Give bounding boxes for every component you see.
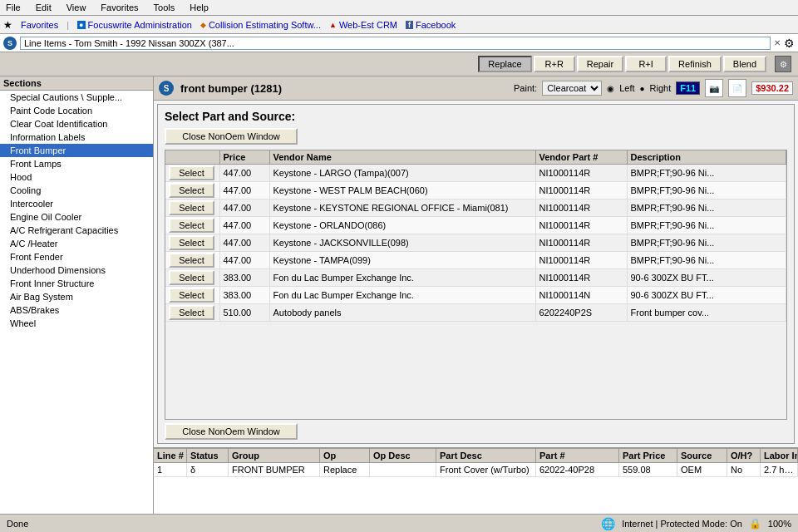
sidebar-item-info-labels[interactable]: Information Labels xyxy=(0,131,153,144)
menu-view[interactable]: View xyxy=(64,2,89,13)
sidebar-item-paint-code[interactable]: Paint Code Location xyxy=(0,104,153,117)
desc-cell-6: 90-6 300ZX BU FT... xyxy=(627,269,786,287)
bottom-col-partprice: Part Price xyxy=(619,449,677,462)
bottom-col-line: Line # xyxy=(154,449,187,462)
sidebar-item-front-inner[interactable]: Front Inner Structure xyxy=(0,277,153,290)
vendor-parts-table: Price Vendor Name Vendor Part # Descript… xyxy=(165,150,786,322)
vendor-cell-0: Keystone - LARGO (Tampa)(007) xyxy=(269,165,535,182)
sidebar-item-ac-heater[interactable]: A/C /Heater xyxy=(0,237,153,250)
vendor-cell-4: Keystone - JACKSONVILLE(098) xyxy=(269,234,535,252)
vendor-cell-3: Keystone - ORLANDO(086) xyxy=(269,217,535,234)
f11-button[interactable]: F11 xyxy=(676,81,700,95)
price-cell-8: 510.00 xyxy=(219,304,269,322)
address-input[interactable] xyxy=(20,37,771,50)
menu-tools[interactable]: Tools xyxy=(151,2,178,13)
select-cell-1: Select xyxy=(165,182,219,200)
select-button-7[interactable]: Select xyxy=(169,288,214,303)
blend-button[interactable]: Blend xyxy=(723,56,766,72)
sidebar-scroll: Special Cautions \ Supple... Paint Code … xyxy=(0,91,153,514)
zoom-level: 100% xyxy=(768,519,791,529)
bottom-col-op: Op xyxy=(320,449,370,462)
sidebar-item-wheel[interactable]: Wheel xyxy=(0,317,153,330)
vendor-cell-5: Keystone - TAMPA(099) xyxy=(269,252,535,269)
fav-focuswrite[interactable]: ● Focuswrite Administration xyxy=(77,20,192,30)
fav-collision-icon: ◆ xyxy=(200,21,206,29)
price-cell-3: 447.00 xyxy=(219,217,269,234)
fav-facebook[interactable]: f Facebook xyxy=(406,20,456,30)
menu-help[interactable]: Help xyxy=(187,2,211,13)
partnum-cell-2: NI1000114R xyxy=(535,200,627,217)
sidebar-item-airbag[interactable]: Air Bag System xyxy=(0,290,153,303)
select-button-4[interactable]: Select xyxy=(169,235,214,250)
refinish-button[interactable]: Refinish xyxy=(668,56,722,72)
close-tab-icon: ✕ xyxy=(774,38,781,47)
bottom-table-row-1: 1 δ FRONT BUMPER Replace Front Cover (w/… xyxy=(154,463,798,477)
close-nonoem-top-button[interactable]: Close NonOem Window xyxy=(165,128,298,145)
sidebar-item-underhood-dims[interactable]: Underhood Dimensions xyxy=(0,264,153,277)
fav-collision[interactable]: ◆ Collision Estimating Softw... xyxy=(200,20,321,30)
desc-cell-1: BMPR;FT;90-96 Ni... xyxy=(627,182,786,200)
sidebar-item-cooling[interactable]: Cooling xyxy=(0,184,153,197)
menu-file[interactable]: File xyxy=(3,2,23,13)
favorites-star: ★ xyxy=(3,19,12,31)
sidebar-item-clear-coat[interactable]: Clear Coat Identification xyxy=(0,117,153,131)
row-partnum: 62022-40P28 xyxy=(536,463,619,476)
section-icon: S xyxy=(159,81,174,96)
sidebar-item-front-fender[interactable]: Front Fender xyxy=(0,250,153,264)
table-header-row: Price Vendor Name Vendor Part # Descript… xyxy=(165,150,786,165)
fav-separator: | xyxy=(66,20,69,30)
sidebar-header: Sections xyxy=(0,76,153,91)
select-button-2[interactable]: Select xyxy=(169,200,214,215)
menu-favorites[interactable]: Favorites xyxy=(98,2,140,13)
sidebar-item-front-lamps[interactable]: Front Lamps xyxy=(0,157,153,170)
fav-webest[interactable]: ▲ Web-Est CRM xyxy=(329,20,397,30)
bottom-col-partdesc: Part Desc xyxy=(436,449,536,462)
gear-icon[interactable]: ⚙ xyxy=(775,56,791,72)
lock-icon: 🔒 xyxy=(749,518,761,530)
sidebar-item-engine-oil-cooler[interactable]: Engine Oil Cooler xyxy=(0,210,153,224)
select-button-0[interactable]: Select xyxy=(169,165,214,180)
table-row: Select 447.00 Keystone - ORLANDO(086) NI… xyxy=(165,217,786,234)
bottom-col-labor: Labor Info xyxy=(761,449,798,462)
select-button-6[interactable]: Select xyxy=(169,270,214,285)
replace-button[interactable]: Replace xyxy=(478,56,531,72)
partnum-cell-3: NI1000114R xyxy=(535,217,627,234)
page-toolbar: Replace R+R Repair R+I Refinish Blend ⚙ xyxy=(0,52,798,76)
rni-button[interactable]: R+I xyxy=(625,56,667,72)
close-nonoem-bottom-button[interactable]: Close NonOem Window xyxy=(165,423,298,440)
table-row: Select 447.00 Keystone - TAMPA(099) NI10… xyxy=(165,252,786,269)
info-icon[interactable]: 📄 xyxy=(728,79,746,97)
status-bar: Done 🌐 Internet | Protected Mode: On 🔒 1… xyxy=(0,514,798,532)
sidebar-item-abs-brakes[interactable]: ABS/Brakes xyxy=(0,303,153,317)
desc-cell-3: BMPR;FT;90-96 Ni... xyxy=(627,217,786,234)
desc-cell-8: Front bumper cov... xyxy=(627,304,786,322)
sidebar-item-ac-refrigerant[interactable]: A/C Refrigerant Capacities xyxy=(0,224,153,237)
sidebar-item-front-bumper[interactable]: Front Bumper xyxy=(0,144,153,157)
menu-edit[interactable]: Edit xyxy=(33,2,54,13)
address-bar: S ✕ ⚙ xyxy=(0,34,798,52)
sidebar-item-special-cautions[interactable]: Special Cautions \ Supple... xyxy=(0,91,153,104)
browser-frame: FileEditViewFavoritesToolsHelp ★ Favorit… xyxy=(0,0,798,532)
bottom-col-source: Source xyxy=(677,449,727,462)
favorites-bar: ★ Favorites | ● Focuswrite Administratio… xyxy=(0,16,798,34)
photo-icon[interactable]: 📷 xyxy=(705,79,723,97)
sidebar-item-intercooler[interactable]: Intercooler xyxy=(0,197,153,210)
sidebar-item-hood[interactable]: Hood xyxy=(0,170,153,184)
select-button-8[interactable]: Select xyxy=(169,305,214,320)
row-op: Replace xyxy=(320,463,370,476)
repair-button[interactable]: Repair xyxy=(577,56,623,72)
main-panel: S front bumper (1281) Paint: Clearcoat ◉… xyxy=(154,76,798,514)
col-desc: Description xyxy=(627,150,786,165)
content-area: Sections Special Cautions \ Supple... Pa… xyxy=(0,76,798,514)
row-labor: 2.7 hrs. Body; 2.6hrs. P... xyxy=(761,463,798,476)
fav-focuswrite-icon: ● xyxy=(77,21,85,29)
select-button-5[interactable]: Select xyxy=(169,253,214,268)
paint-select[interactable]: Clearcoat xyxy=(542,81,602,96)
select-button-1[interactable]: Select xyxy=(169,183,214,198)
rnr-button[interactable]: R+R xyxy=(534,56,575,72)
row-source: OEM xyxy=(677,463,727,476)
favorites-label[interactable]: Favorites xyxy=(21,20,58,30)
settings-icon[interactable]: ⚙ xyxy=(784,37,795,50)
price-cell-7: 383.00 xyxy=(219,287,269,304)
select-button-3[interactable]: Select xyxy=(169,218,214,233)
